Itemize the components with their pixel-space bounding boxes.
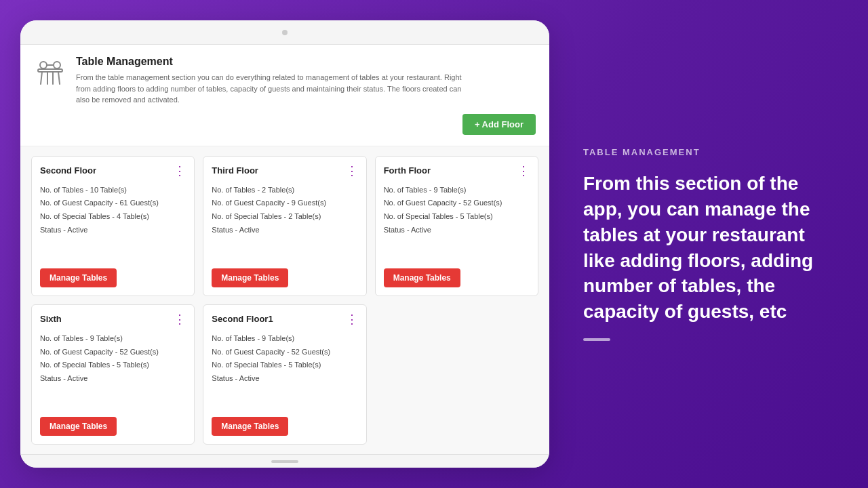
section-description: From this section of the app, you can ma… bbox=[583, 171, 841, 325]
screen-dot bbox=[282, 30, 288, 35]
svg-point-5 bbox=[40, 62, 47, 68]
floor-info: No. of Tables - 10 Table(s) No. of Guest… bbox=[40, 184, 186, 237]
right-panel: TABLE MANAGEMENT From this section of th… bbox=[570, 0, 868, 488]
section-label: TABLE MANAGEMENT bbox=[583, 147, 841, 157]
tables-count: No. of Tables - 2 Table(s) bbox=[212, 184, 357, 197]
left-panel: Table Management From the table manageme… bbox=[0, 0, 570, 488]
floor-card-header: Second Floor ⋮ bbox=[40, 165, 186, 177]
special-tables: No. of Special Tables - 2 Table(s) bbox=[212, 210, 357, 224]
three-dots-icon[interactable]: ⋮ bbox=[346, 313, 358, 325]
floor-card: Second Floor ⋮ No. of Tables - 10 Table(… bbox=[31, 156, 195, 296]
manage-tables-button[interactable]: Manage Tables bbox=[212, 417, 288, 436]
header-top: Table Management From the table manageme… bbox=[34, 56, 536, 106]
floor-card-header: Second Floor1 ⋮ bbox=[212, 313, 357, 325]
floor-info: No. of Tables - 2 Table(s) No. of Guest … bbox=[212, 184, 357, 237]
three-dots-icon[interactable]: ⋮ bbox=[174, 165, 186, 177]
status: Status - Active bbox=[384, 224, 530, 237]
bottom-indicator bbox=[271, 460, 298, 463]
header-text: Table Management From the table manageme… bbox=[76, 56, 469, 106]
floor-name: Second Floor bbox=[40, 165, 96, 176]
guest-capacity: No. of Guest Capacity - 52 Guest(s) bbox=[212, 346, 357, 359]
status: Status - Active bbox=[40, 372, 186, 386]
floor-card: Forth Floor ⋮ No. of Tables - 9 Table(s)… bbox=[375, 156, 538, 296]
manage-tables-button[interactable]: Manage Tables bbox=[40, 268, 117, 287]
three-dots-icon[interactable]: ⋮ bbox=[174, 313, 186, 325]
tables-count: No. of Tables - 10 Table(s) bbox=[40, 184, 186, 197]
header-section: Table Management From the table manageme… bbox=[20, 45, 549, 146]
floor-info: No. of Tables - 9 Table(s) No. of Guest … bbox=[212, 332, 357, 386]
special-tables: No. of Special Tables - 5 Table(s) bbox=[40, 359, 186, 372]
table-management-icon bbox=[34, 57, 66, 89]
screen-bottom-bar bbox=[20, 454, 549, 468]
guest-capacity: No. of Guest Capacity - 61 Guest(s) bbox=[40, 197, 186, 210]
floor-name: Forth Floor bbox=[384, 165, 431, 176]
three-dots-icon[interactable]: ⋮ bbox=[517, 165, 530, 177]
accent-bar bbox=[583, 338, 610, 341]
tables-count: No. of Tables - 9 Table(s) bbox=[212, 332, 357, 346]
special-tables: No. of Special Tables - 4 Table(s) bbox=[40, 210, 186, 224]
floor-grid: Second Floor ⋮ No. of Tables - 10 Table(… bbox=[20, 146, 549, 455]
floor-info: No. of Tables - 9 Table(s) No. of Guest … bbox=[40, 332, 186, 386]
add-floor-row: + Add Floor bbox=[34, 114, 536, 135]
floor-name: Second Floor1 bbox=[212, 314, 273, 324]
tables-count: No. of Tables - 9 Table(s) bbox=[40, 332, 186, 346]
header-description: From the table management section you ca… bbox=[76, 72, 469, 106]
floor-card-header: Forth Floor ⋮ bbox=[384, 165, 530, 177]
tables-count: No. of Tables - 9 Table(s) bbox=[384, 184, 530, 197]
floor-card: Sixth ⋮ No. of Tables - 9 Table(s) No. o… bbox=[31, 304, 195, 445]
status: Status - Active bbox=[212, 224, 357, 237]
special-tables: No. of Special Tables - 5 Table(s) bbox=[384, 210, 530, 224]
screen-content: Table Management From the table manageme… bbox=[20, 45, 549, 454]
header-title: Table Management bbox=[76, 56, 469, 68]
floor-card-header: Third Floor ⋮ bbox=[212, 165, 357, 177]
guest-capacity: No. of Guest Capacity - 9 Guest(s) bbox=[212, 197, 357, 210]
floor-name: Sixth bbox=[40, 314, 62, 324]
main-container: Table Management From the table manageme… bbox=[0, 0, 868, 488]
floor-card: Third Floor ⋮ No. of Tables - 2 Table(s)… bbox=[203, 156, 366, 296]
floor-card-header: Sixth ⋮ bbox=[40, 313, 186, 325]
svg-line-1 bbox=[41, 72, 42, 84]
add-floor-button[interactable]: + Add Floor bbox=[462, 114, 536, 135]
floor-name: Third Floor bbox=[212, 165, 258, 176]
screen-card: Table Management From the table manageme… bbox=[20, 20, 549, 468]
manage-tables-button[interactable]: Manage Tables bbox=[384, 268, 460, 287]
three-dots-icon[interactable]: ⋮ bbox=[346, 165, 358, 177]
floor-info: No. of Tables - 9 Table(s) No. of Guest … bbox=[384, 184, 530, 237]
svg-point-6 bbox=[54, 62, 60, 68]
manage-tables-button[interactable]: Manage Tables bbox=[212, 268, 288, 287]
svg-line-2 bbox=[58, 72, 60, 84]
guest-capacity: No. of Guest Capacity - 52 Guest(s) bbox=[40, 346, 186, 359]
floor-card: Second Floor1 ⋮ No. of Tables - 9 Table(… bbox=[203, 304, 366, 445]
screen-top-bar bbox=[20, 20, 549, 45]
guest-capacity: No. of Guest Capacity - 52 Guest(s) bbox=[384, 197, 530, 210]
status: Status - Active bbox=[212, 372, 357, 386]
status: Status - Active bbox=[40, 224, 186, 237]
special-tables: No. of Special Tables - 5 Table(s) bbox=[212, 359, 357, 372]
manage-tables-button[interactable]: Manage Tables bbox=[40, 417, 117, 436]
